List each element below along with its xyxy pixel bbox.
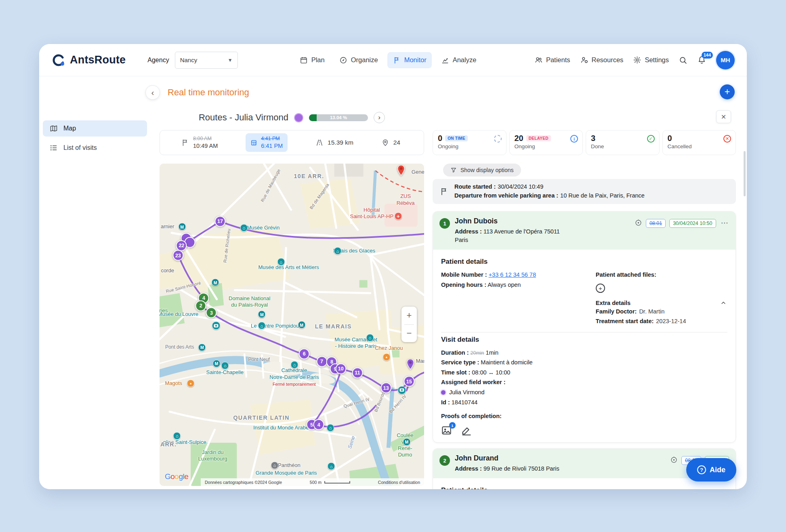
- map-marker-stop-2[interactable]: 2: [195, 300, 206, 311]
- route-progress-label: 13.04 %: [309, 114, 368, 121]
- map-marker-stop-17[interactable]: 17: [214, 216, 225, 227]
- treatment-date-row: Treatment start date:2023-12-14: [596, 317, 727, 326]
- cancel-circle-icon: ✕: [723, 135, 731, 143]
- status-ongoing-ontime[interactable]: 0ON TIME Ongoing: [433, 130, 506, 155]
- back-button[interactable]: ‹: [145, 85, 160, 100]
- visit-time-info: 08:01 30/04/2024 10:50 ⋯: [635, 217, 729, 244]
- notifications-button[interactable]: 144: [697, 55, 706, 65]
- map-marker-stop-4[interactable]: 4: [313, 419, 324, 430]
- nav-settings[interactable]: Settings: [633, 56, 669, 64]
- agency-select[interactable]: Nancy ▼: [175, 52, 238, 69]
- map-marker-pin-purple[interactable]: [406, 359, 414, 370]
- nav-monitor[interactable]: Monitor: [387, 52, 432, 68]
- map-marker-metro[interactable]: M: [178, 223, 186, 231]
- panel-scrollbar[interactable]: [744, 151, 746, 196]
- map-marker-stop-23[interactable]: 23: [172, 250, 183, 261]
- map-canvas[interactable]: 10E ARR.GenerZUS RébévaHôpital Saint-Lou…: [160, 164, 424, 486]
- nav-resources[interactable]: Resources: [580, 56, 624, 64]
- nav-organize[interactable]: Organize: [334, 52, 383, 68]
- map-marker-metro[interactable]: M: [258, 311, 266, 318]
- add-attachment-button[interactable]: +: [596, 284, 605, 293]
- status-ongoing-delayed[interactable]: 20DELAYED Ongoing i: [509, 130, 583, 155]
- map-marker-camera[interactable]: [397, 386, 406, 394]
- map-terms-link[interactable]: Conditions d'utilisation: [378, 480, 420, 485]
- map-marker-stop-15[interactable]: 15: [404, 376, 414, 387]
- show-display-options-button[interactable]: Show display options: [443, 164, 521, 177]
- map-marker-pin-red[interactable]: [397, 165, 405, 176]
- stat-end-time-chip[interactable]: 4:41 PM 6:41 PM: [246, 133, 288, 151]
- user-avatar[interactable]: MH: [716, 51, 735, 69]
- map-marker-poi[interactable]: ⌂: [327, 424, 334, 431]
- map-marker-stop-7[interactable]: 7: [316, 356, 327, 367]
- map-marker-poi-orange[interactable]: ●: [382, 353, 390, 361]
- map-marker-metro[interactable]: M: [212, 360, 220, 367]
- map-marker-metro[interactable]: M: [403, 438, 410, 446]
- family-doctor-row: Family Doctor:Dr. Martin: [596, 307, 727, 317]
- map-marker-hospital[interactable]: +: [394, 212, 402, 220]
- assigned-worker-row: Julia Virmond: [441, 387, 727, 397]
- map-marker-metro[interactable]: M: [212, 279, 219, 286]
- map-pin-icon: [381, 139, 389, 147]
- status-count: 3: [591, 134, 595, 143]
- visit-options-menu[interactable]: ⋯: [721, 219, 729, 227]
- question-mark-icon: ?: [697, 465, 706, 474]
- section-divider: [441, 332, 727, 332]
- map-marker-poi-gray[interactable]: ⌂: [271, 461, 278, 469]
- zoom-in-button[interactable]: +: [401, 307, 417, 324]
- map-marker-metro[interactable]: M: [298, 321, 305, 329]
- map-marker-stop-6[interactable]: 6: [299, 348, 310, 359]
- next-route-button[interactable]: ›: [374, 112, 385, 123]
- map-marker-poi[interactable]: ⌂: [291, 361, 298, 368]
- visit-card-john-dubois: 1 John Dubois Address : 113 Avenue de l'…: [433, 211, 736, 443]
- antsroute-logo[interactable]: AntsRoute: [51, 53, 126, 67]
- help-button[interactable]: ? Aide: [686, 458, 736, 482]
- proofs-label: Proofs of completion:: [441, 411, 727, 421]
- map-marker-stop-11[interactable]: 11: [352, 367, 363, 378]
- nav-patients[interactable]: Patients: [534, 56, 570, 64]
- collapse-extra-details-button[interactable]: [719, 299, 727, 307]
- sidebar-item-map[interactable]: Map: [43, 120, 147, 137]
- nav-organize-label: Organize: [351, 56, 378, 64]
- map-marker-poi[interactable]: ⌂: [366, 334, 374, 341]
- visit-card-header[interactable]: 1 John Dubois Address : 113 Avenue de l'…: [433, 212, 736, 250]
- map-marker-metro[interactable]: M: [198, 343, 206, 351]
- visit-details-title: Visit details: [441, 336, 727, 344]
- add-button[interactable]: +: [720, 84, 735, 99]
- map-zoom-control: + −: [401, 307, 417, 342]
- search-button[interactable]: [679, 56, 687, 65]
- end-time-estimated: 6:41 PM: [261, 142, 283, 150]
- target-time-icon: [670, 456, 678, 464]
- map-marker-stop-10[interactable]: 10: [335, 363, 346, 374]
- map-marker-poi-orange[interactable]: ●: [187, 380, 195, 387]
- map-marker-poi[interactable]: ⌂: [328, 463, 335, 470]
- route-started-box: Route started :30/04/2024 10:49 Departur…: [433, 179, 736, 204]
- close-panel-button[interactable]: ✕: [716, 110, 731, 123]
- nav-resources-label: Resources: [592, 56, 624, 64]
- status-cancelled[interactable]: 0 Cancelled ✕: [662, 130, 736, 155]
- chevron-down-icon: ▼: [228, 57, 233, 63]
- nav-analyze[interactable]: Analyze: [436, 52, 482, 68]
- proof-signature-button[interactable]: [461, 425, 472, 436]
- sidebar-item-list-of-visits[interactable]: List of visits: [43, 140, 147, 156]
- status-label: Ongoing: [515, 143, 578, 149]
- status-done[interactable]: 3 Done ✓: [586, 130, 660, 155]
- resources-icon: [580, 56, 588, 64]
- map-marker-stop-22[interactable]: 22: [176, 240, 187, 251]
- map-marker-poi[interactable]: ⌂: [173, 432, 181, 439]
- map-marker-poi[interactable]: ⌂: [258, 322, 265, 330]
- stat-stops: 24: [381, 139, 400, 147]
- zoom-out-button[interactable]: −: [401, 325, 417, 343]
- map-marker-poi[interactable]: ⌂: [240, 224, 248, 231]
- nav-plan[interactable]: Plan: [294, 52, 330, 68]
- map-marker-poi[interactable]: ⌂: [277, 258, 285, 266]
- map-marker-poi[interactable]: ⌂: [221, 362, 229, 369]
- status-label: Cancelled: [668, 143, 731, 149]
- proof-photo-button[interactable]: 1: [441, 425, 452, 436]
- phone-link[interactable]: +33 6 12 34 56 78: [489, 271, 536, 278]
- patient-details-title: Patient details: [441, 486, 727, 489]
- route-progress-bar: 13.04 %: [309, 114, 368, 121]
- map-marker-stop-3[interactable]: 3: [206, 307, 217, 318]
- map-marker-stop-13[interactable]: 13: [380, 383, 391, 393]
- map-marker-poi[interactable]: ⌂: [334, 247, 341, 255]
- map-marker-camera[interactable]: [212, 322, 221, 330]
